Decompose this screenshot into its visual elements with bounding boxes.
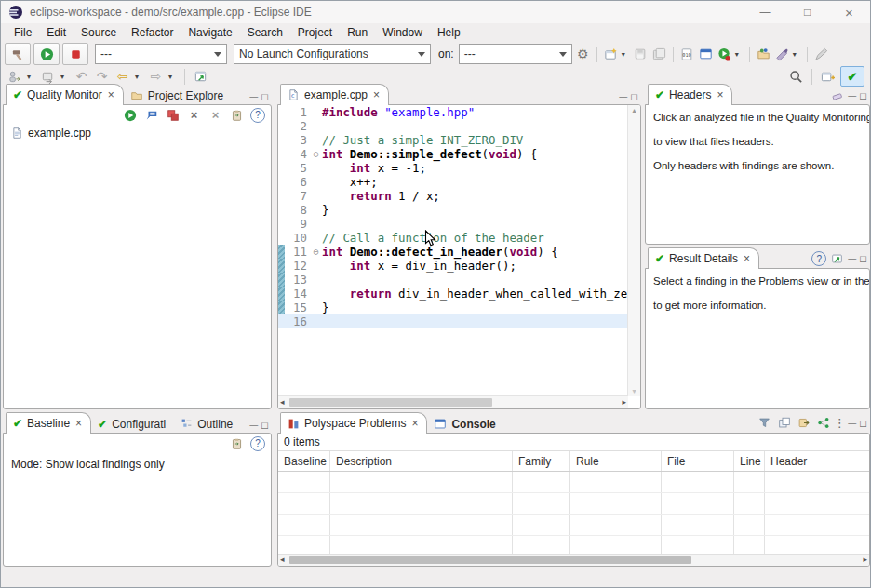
line-number[interactable]: 6 <box>285 175 310 189</box>
filter-funnel-icon[interactable] <box>757 415 772 431</box>
scroll-right-icon[interactable]: ▸ <box>622 397 626 407</box>
menu-help[interactable]: Help <box>430 26 468 39</box>
code-line-15[interactable]: 15} <box>278 301 628 314</box>
launch-target-combo[interactable]: --- <box>459 44 572 64</box>
binary-file-icon[interactable]: 010 <box>679 47 695 62</box>
line-number[interactable]: 3 <box>285 133 310 147</box>
window-arrow-caret-icon[interactable]: ▾ <box>60 73 69 81</box>
open-perspective-icon[interactable] <box>820 69 836 85</box>
scroll-left-icon[interactable]: ◂ <box>280 397 285 407</box>
minimize-view-icon[interactable]: — <box>619 92 627 101</box>
line-number[interactable]: 13 <box>285 273 310 287</box>
tab-quality-monitor[interactable]: ✔ Quality Monitor × <box>6 84 124 105</box>
tab-console[interactable]: Console <box>427 414 503 434</box>
clear-icon[interactable]: × <box>186 107 202 123</box>
code-line-9[interactable]: 9 <box>278 217 628 231</box>
new-wizard-icon[interactable] <box>603 47 619 62</box>
editor-horizontal-scrollbar[interactable]: ◂ ▸ <box>278 395 628 408</box>
line-number[interactable]: 14 <box>285 287 310 301</box>
window-arrow-icon[interactable] <box>40 69 56 85</box>
close-tab-icon[interactable]: × <box>108 88 114 101</box>
new-wizard-caret-icon[interactable]: ▾ <box>622 50 630 59</box>
minimize-view-icon[interactable]: — <box>848 419 856 428</box>
clear-all-icon[interactable]: × <box>208 107 223 123</box>
scroll-down-icon[interactable]: ▾ <box>628 387 640 395</box>
line-number[interactable]: 10 <box>285 231 310 245</box>
debug-tool-icon[interactable] <box>774 47 790 62</box>
tab-example-cpp[interactable]: c example.cpp × <box>280 84 389 105</box>
preferences-clipboard-icon[interactable] <box>229 435 245 451</box>
code-line-7[interactable]: 7 return 1 / x; <box>278 189 628 203</box>
line-number[interactable]: 16 <box>285 314 310 328</box>
maximize-view-icon[interactable]: □ <box>261 420 268 431</box>
link-with-editor-icon[interactable] <box>193 69 208 85</box>
line-number[interactable]: 11 <box>285 245 310 259</box>
maximize-view-icon[interactable]: □ <box>860 418 866 429</box>
debug-tool-caret-icon[interactable]: ▾ <box>793 50 801 59</box>
run-config-caret-icon[interactable]: ▾ <box>735 50 744 59</box>
column-header-baseline[interactable]: Baseline <box>278 451 330 471</box>
minimize-view-icon[interactable]: — <box>848 91 856 100</box>
tab-headers[interactable]: ✔ Headers × <box>648 84 732 105</box>
help-icon[interactable]: ? <box>250 436 265 451</box>
menu-run[interactable]: Run <box>340 26 375 39</box>
show-log-icon[interactable] <box>143 107 159 123</box>
code-line-14[interactable]: 14 return div_in_header_when_called_with… <box>278 287 628 301</box>
pin-view-icon[interactable] <box>830 252 844 266</box>
column-header-file[interactable]: File <box>662 451 734 471</box>
window-maximize-icon[interactable]: □ <box>786 1 828 23</box>
run-analysis-icon[interactable] <box>122 107 138 123</box>
run-quality-button[interactable] <box>34 43 60 65</box>
code-line-6[interactable]: 6 x++; <box>278 175 628 189</box>
menu-edit[interactable]: Edit <box>39 26 74 39</box>
line-number[interactable]: 1 <box>285 105 310 119</box>
build-config-combo[interactable]: --- <box>95 44 227 64</box>
maximize-view-icon[interactable]: □ <box>860 90 866 101</box>
window-minimize-icon[interactable]: — <box>744 1 786 23</box>
menu-project[interactable]: Project <box>290 26 340 39</box>
analyzed-file-item[interactable]: example.cpp <box>4 124 271 140</box>
help-icon[interactable]: ? <box>250 108 265 123</box>
line-number[interactable]: 7 <box>285 189 310 203</box>
menu-navigate[interactable]: Navigate <box>181 26 239 39</box>
column-header-rule[interactable]: Rule <box>570 451 662 471</box>
code-line-1[interactable]: 1#include "example.hpp" <box>278 105 628 119</box>
tab-polyspace-problems[interactable]: Polyspace Problems × <box>280 412 427 434</box>
build-button[interactable] <box>5 43 31 65</box>
line-number[interactable]: 4 <box>285 147 310 161</box>
annotate-icon[interactable] <box>813 47 829 62</box>
view-menu-dots-icon[interactable]: ⋮ <box>835 415 844 431</box>
maximize-view-icon[interactable]: □ <box>860 253 866 264</box>
redo-arrow-icon[interactable]: ↷ <box>94 69 110 85</box>
launch-config-combo[interactable]: No Launch Configurations <box>234 44 431 64</box>
code-line-13[interactable]: 13 <box>278 273 628 287</box>
back-arrow-icon[interactable]: ⇦ <box>114 69 130 85</box>
tab-baseline[interactable]: ✔ Baseline × <box>6 412 91 434</box>
save-icon[interactable] <box>633 47 649 62</box>
problems-horizontal-scrollbar[interactable]: ◂ ▸ <box>278 554 869 566</box>
forward-caret-icon[interactable]: ▾ <box>168 73 177 81</box>
tab-result-details[interactable]: ✔ Result Details × <box>648 247 759 269</box>
group-layers-icon[interactable] <box>776 415 792 431</box>
stop-button[interactable] <box>62 43 88 65</box>
search-icon[interactable] <box>788 69 804 85</box>
code-line-10[interactable]: 10// Call a function of the header <box>278 231 628 245</box>
menu-window[interactable]: Window <box>375 26 430 39</box>
scroll-left-icon[interactable]: ◂ <box>280 555 285 564</box>
scroll-right-icon[interactable]: ▸ <box>863 555 867 564</box>
menu-refactor[interactable]: Refactor <box>124 26 181 39</box>
minimize-view-icon[interactable]: — <box>848 254 856 263</box>
scrollbar-thumb[interactable] <box>289 398 492 407</box>
undo-arrow-icon[interactable]: ↶ <box>74 69 89 85</box>
back-caret-icon[interactable]: ▾ <box>135 73 143 81</box>
tab-project-explorer[interactable]: Project Explore <box>124 86 232 105</box>
maximize-view-icon[interactable]: □ <box>261 91 268 102</box>
scrollbar-thumb[interactable] <box>289 556 691 564</box>
line-number[interactable]: 5 <box>285 161 310 175</box>
editor-vertical-scrollbar[interactable]: ▴ ▾ <box>627 105 640 396</box>
line-number[interactable]: 8 <box>285 203 310 217</box>
code-line-11[interactable]: 11⊖int Demo::defect_in_header(void) { <box>278 245 628 259</box>
column-header-line[interactable]: Line <box>734 451 765 471</box>
window-close-icon[interactable]: × <box>828 1 870 23</box>
maximize-view-icon[interactable]: □ <box>631 91 637 102</box>
